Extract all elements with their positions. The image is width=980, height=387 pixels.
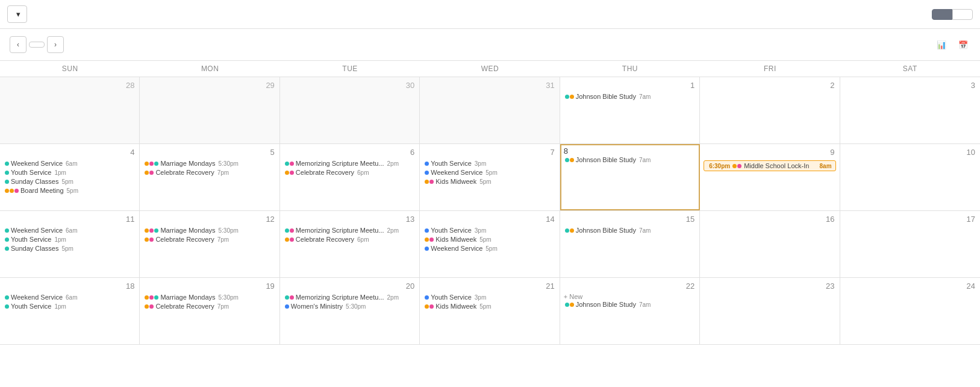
calendar-event[interactable]: Weekend Service6am	[4, 159, 136, 168]
event-dot	[5, 228, 9, 233]
day-cell-30[interactable]: 30	[280, 77, 420, 143]
day-header-mon: MON	[140, 61, 279, 77]
event-dot	[5, 162, 9, 166]
day-number-23: 23	[704, 280, 835, 293]
day-cell-1[interactable]: 1Johnson Bible Study7am	[560, 77, 700, 143]
day-cell-6[interactable]: 6Memorizing Scripture Meetu...2pmCelebra…	[280, 144, 420, 210]
day-number-16: 16	[704, 213, 835, 226]
weeks-container: 282930311Johnson Bible Study7am234Weeken…	[0, 77, 980, 345]
calendar-event[interactable]: Youth Service1pm	[4, 302, 136, 310]
share-calendar-link[interactable]: 📅	[958, 40, 970, 49]
share-icon: 📅	[958, 40, 968, 49]
calendar-event[interactable]: Celebrate Recovery7pm	[143, 168, 275, 177]
calendar-event[interactable]: Celebrate Recovery6pm	[284, 168, 416, 177]
day-cell-18[interactable]: 18Weekend Service6amYouth Service1pm	[0, 278, 140, 344]
day-header-thu: THU	[560, 61, 700, 77]
day-cell-19[interactable]: 19Marriage Mondays5:30pmCelebrate Recove…	[140, 278, 279, 344]
day-cell-8[interactable]: 8Johnson Bible Study7am	[560, 144, 700, 210]
calendar-event[interactable]: Youth Service3pm	[423, 159, 555, 168]
day-cell-28[interactable]: 28	[0, 77, 140, 143]
event-dot	[425, 295, 429, 300]
calendar-event[interactable]: Board Meeting5pm	[4, 186, 136, 195]
day-number-30: 30	[284, 80, 416, 92]
day-cell-11[interactable]: 11Weekend Service6amYouth Service1pmSund…	[0, 211, 140, 277]
calendar-event[interactable]: Memorizing Scripture Meetu...2pm	[284, 293, 416, 301]
calendar-event[interactable]: Memorizing Scripture Meetu...2pm	[284, 226, 416, 234]
calendar-event[interactable]: Marriage Mondays5:30pm	[143, 226, 275, 234]
calendar-event[interactable]: Marriage Mondays5:30pm	[143, 293, 275, 301]
day-number-2: 2	[704, 80, 835, 92]
day-cell-16[interactable]: 16	[700, 211, 840, 277]
day-number-17: 17	[844, 213, 976, 226]
day-header-sat: SAT	[840, 61, 980, 77]
day-cell-10[interactable]: 10	[840, 144, 980, 210]
calendar-event[interactable]: Celebrate Recovery7pm	[143, 302, 275, 310]
day-cell-3[interactable]: 3	[840, 77, 980, 143]
calendar-grid: SUNMONTUEWEDTHUFRISAT 282930311Johnson B…	[0, 61, 980, 345]
calendar-event[interactable]: Weekend Service5pm	[423, 244, 555, 253]
calendar-event[interactable]: Memorizing Scripture Meetu...2pm	[284, 159, 416, 168]
prev-month-button[interactable]: ‹	[10, 36, 27, 53]
day-cell-29[interactable]: 29	[140, 77, 279, 143]
event-span[interactable]: 6:30pmMiddle School Lock-In8am	[704, 160, 835, 171]
day-header-sun: SUN	[0, 61, 140, 77]
day-number-29: 29	[143, 80, 275, 92]
day-cell-31[interactable]: 31	[420, 77, 560, 143]
day-cell-14[interactable]: 14Youth Service3pmKids Midweek5pmWeekend…	[420, 211, 560, 277]
calendar-event[interactable]: Women's Ministry5:30pm	[284, 302, 416, 310]
event-dot	[425, 247, 429, 251]
calendar-event[interactable]: Kids Midweek5pm	[423, 302, 555, 310]
calendar-event[interactable]: Celebrate Recovery6pm	[284, 235, 416, 244]
day-cell-4[interactable]: 4Weekend Service6amYouth Service1pmSunda…	[0, 144, 140, 210]
day-cell-17[interactable]: 17	[840, 211, 980, 277]
day-cell-13[interactable]: 13Memorizing Scripture Meetu...2pmCelebr…	[280, 211, 420, 277]
today-button[interactable]	[29, 42, 45, 48]
day-cell-22[interactable]: 22+ NewJohnson Bible Study7am	[560, 278, 700, 344]
day-cell-23[interactable]: 23	[700, 278, 840, 344]
day-number-19: 19	[143, 280, 275, 293]
add-new-button[interactable]: + New	[564, 293, 696, 300]
calendar-event[interactable]: Weekend Service6am	[4, 293, 136, 301]
day-cell-21[interactable]: 21Youth Service3pmKids Midweek5pm	[420, 278, 560, 344]
calendar-event[interactable]: Weekend Service6am	[4, 226, 136, 234]
next-month-button[interactable]: ›	[47, 36, 64, 53]
day-cell-9[interactable]: 96:30pmMiddle School Lock-In8am	[700, 144, 840, 210]
day-cell-24[interactable]: 24	[840, 278, 980, 344]
calendar-event[interactable]: Celebrate Recovery7pm	[143, 235, 275, 244]
day-cell-15[interactable]: 15Johnson Bible Study7am	[560, 211, 700, 277]
calendar-event[interactable]: Johnson Bible Study7am	[564, 92, 696, 101]
day-cell-7[interactable]: 7Youth Service3pmWeekend Service5pmKids …	[420, 144, 560, 210]
day-number-14: 14	[423, 213, 555, 226]
calendar-event[interactable]: Johnson Bible Study7am	[564, 226, 696, 234]
day-number-24: 24	[844, 280, 976, 293]
calendar-event[interactable]: Marriage Mondays5:30pm	[143, 159, 275, 168]
table-view-button[interactable]	[952, 9, 973, 20]
calendar-event[interactable]: Kids Midweek5pm	[423, 177, 555, 186]
calendar-event[interactable]: Weekend Service5pm	[423, 168, 555, 177]
calendar-event[interactable]: Johnson Bible Study7am	[564, 156, 696, 164]
calendar-event[interactable]: Sunday Classes5pm	[4, 177, 136, 186]
week-row-0: 282930311Johnson Bible Study7am23	[0, 77, 980, 144]
day-number-8: 8	[564, 146, 696, 156]
day-cell-2[interactable]: 2	[700, 77, 840, 143]
event-dot	[5, 171, 9, 175]
run-report-link[interactable]: 📊	[937, 40, 949, 49]
calendar-event[interactable]: Kids Midweek5pm	[423, 235, 555, 244]
calendar-event[interactable]: Youth Service1pm	[4, 235, 136, 244]
day-cell-20[interactable]: 20Memorizing Scripture Meetu...2pmWomen'…	[280, 278, 420, 344]
calendar-header: ‹ › 📊 📅	[0, 29, 980, 61]
calendar-event[interactable]: Youth Service3pm	[423, 293, 555, 301]
day-cell-5[interactable]: 5Marriage Mondays5:30pmCelebrate Recover…	[140, 144, 279, 210]
calendar-event[interactable]: Johnson Bible Study7am	[564, 300, 696, 309]
day-number-15: 15	[564, 213, 696, 226]
calendar-event[interactable]: Youth Service1pm	[4, 168, 136, 177]
calendar-view-button[interactable]	[932, 9, 952, 20]
day-cell-12[interactable]: 12Marriage Mondays5:30pmCelebrate Recove…	[140, 211, 279, 277]
calendar-event[interactable]: Youth Service3pm	[423, 226, 555, 234]
view-toggle	[932, 9, 973, 20]
event-dot	[425, 228, 429, 233]
filter-button[interactable]: ▾	[7, 5, 27, 23]
day-number-5: 5	[143, 146, 275, 159]
calendar-event[interactable]: Sunday Classes5pm	[4, 244, 136, 253]
filter-input[interactable]	[32, 10, 927, 19]
